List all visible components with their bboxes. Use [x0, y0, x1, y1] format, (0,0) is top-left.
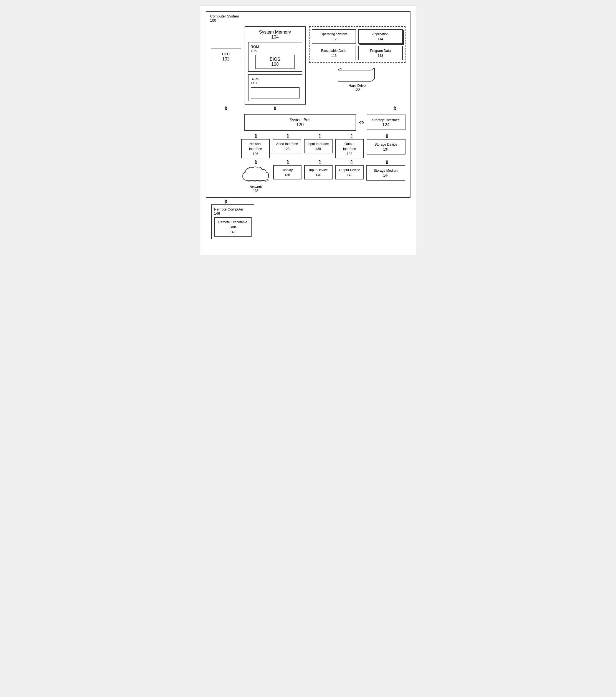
- rom-box: ROM 106 BIOS 108: [248, 42, 302, 72]
- below-interface-arrows: ⇕ ⇕ ⇕ ⇕ ⇕: [241, 160, 406, 165]
- harddrive-arrow-top: ⇕: [309, 106, 406, 111]
- computer-system-box: Computer System 100 CPU 102 System Memor…: [206, 11, 410, 198]
- svg-line-4: [338, 68, 341, 70]
- remote-executable-code-box: Remote Executable Code 148: [214, 217, 252, 237]
- ram-inner: [251, 87, 299, 99]
- cpu-box: CPU 102: [211, 48, 241, 64]
- hard-drive-area: Hard Drive 122: [309, 68, 406, 92]
- ram-label: RAM 110: [251, 77, 299, 85]
- cpu-arrow: ⇕: [211, 106, 241, 111]
- storage-device-box: Storage Device 134: [367, 139, 406, 154]
- output-device-box: Output Device 142: [335, 165, 364, 179]
- operating-system-box: Operating System 112: [312, 29, 356, 44]
- application-box: Application 114: [358, 29, 403, 44]
- output-interface-box: Output Interface 132: [335, 139, 364, 158]
- svg-line-3: [371, 79, 375, 81]
- programs-dashed-box: Operating System 112 Application 114: [309, 26, 406, 63]
- application-stack: Application 114: [358, 29, 403, 44]
- system-memory-box: System Memory 104 ROM 106 BIOS 108: [245, 26, 306, 105]
- bus-storage-arrow: ⇔: [359, 119, 364, 126]
- bus-row: System Bus 120 ⇔ Storage Interface 124: [211, 114, 406, 131]
- remote-section: Remote Computer 146 Remote Executable Co…: [211, 204, 410, 239]
- network-cloud-icon: [241, 165, 270, 184]
- below-outer-section: ⇕: [211, 199, 410, 204]
- video-interface-box: Video Interface 128: [273, 139, 301, 153]
- executable-code-box: Executable Code 116: [312, 46, 356, 60]
- bios-box: BIOS 108: [255, 55, 295, 69]
- rom-label: ROM 106: [251, 45, 299, 53]
- system-memory-label: System Memory 104: [248, 30, 302, 40]
- interfaces-row: Network Interface 126 Video Interface 12…: [241, 139, 406, 158]
- hard-drive-icon: [338, 68, 377, 84]
- program-data-box: Program Data 118: [358, 46, 403, 60]
- display-box: Display 138: [273, 165, 302, 179]
- sysmem-arrow: ⇕: [245, 106, 306, 111]
- hard-drive-label: Hard Drive 122: [348, 84, 366, 92]
- remote-computer-box: Remote Computer 146 Remote Executable Co…: [211, 204, 254, 239]
- ram-box: RAM 110: [248, 74, 302, 101]
- svg-rect-1: [338, 70, 371, 81]
- devices-row: Network 136 Display 138 Input Device 140…: [241, 165, 406, 193]
- below-bus-arrows: ⇕ ⇕ ⇕ ⇕ ⇕: [241, 133, 406, 139]
- system-bus-box: System Bus 120: [244, 114, 356, 131]
- input-device-box: Input Device 140: [304, 165, 333, 179]
- storage-medium-box: Storage Medium 144: [366, 165, 405, 181]
- remote-computer-label: Remote Computer 146: [214, 207, 252, 216]
- network-interface-box: Network Interface 126: [241, 139, 270, 158]
- network-col: Network 136: [241, 165, 270, 193]
- computer-system-label: Computer System 100: [210, 14, 239, 23]
- network-label: Network 136: [250, 185, 262, 193]
- input-interface-box: Input Interface 130: [304, 139, 333, 153]
- storage-interface-box: Storage Interface 124: [367, 115, 406, 130]
